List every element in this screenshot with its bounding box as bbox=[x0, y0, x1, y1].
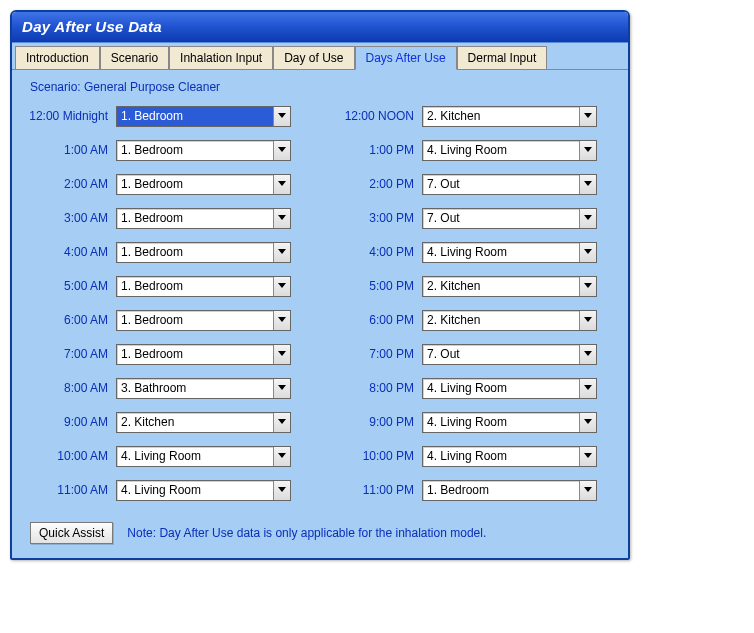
select-value: 4. Living Room bbox=[117, 481, 273, 500]
time-label: 4:00 PM bbox=[332, 245, 422, 259]
chevron-down-icon[interactable] bbox=[579, 141, 596, 160]
location-select[interactable]: 2. Kitchen bbox=[422, 310, 597, 331]
hour-row: 4:00 AM1. Bedroom bbox=[26, 240, 310, 264]
hour-row: 8:00 PM4. Living Room bbox=[332, 376, 616, 400]
time-label: 11:00 AM bbox=[26, 483, 116, 497]
time-label: 10:00 AM bbox=[26, 449, 116, 463]
chevron-down-icon[interactable] bbox=[273, 413, 290, 432]
chevron-down-icon[interactable] bbox=[579, 413, 596, 432]
chevron-down-icon[interactable] bbox=[273, 209, 290, 228]
hour-row: 10:00 AM4. Living Room bbox=[26, 444, 310, 468]
chevron-down-icon[interactable] bbox=[579, 345, 596, 364]
location-select[interactable]: 1. Bedroom bbox=[422, 480, 597, 501]
tab-content: Scenario: General Purpose Cleaner 12:00 … bbox=[12, 70, 628, 558]
time-label: 3:00 PM bbox=[332, 211, 422, 225]
time-label: 11:00 PM bbox=[332, 483, 422, 497]
hour-row: 5:00 AM1. Bedroom bbox=[26, 274, 310, 298]
chevron-down-icon[interactable] bbox=[273, 379, 290, 398]
location-select[interactable]: 4. Living Room bbox=[422, 446, 597, 467]
location-select[interactable]: 1. Bedroom bbox=[116, 174, 291, 195]
chevron-down-icon[interactable] bbox=[273, 243, 290, 262]
tab-dermal-input[interactable]: Dermal Input bbox=[457, 46, 548, 69]
time-label: 2:00 PM bbox=[332, 177, 422, 191]
hour-row: 1:00 AM1. Bedroom bbox=[26, 138, 310, 162]
time-label: 8:00 AM bbox=[26, 381, 116, 395]
select-value: 4. Living Room bbox=[423, 141, 579, 160]
location-select[interactable]: 1. Bedroom bbox=[116, 106, 291, 127]
tab-scenario[interactable]: Scenario bbox=[100, 46, 169, 69]
scenario-prefix: Scenario: bbox=[30, 80, 84, 94]
hour-row: 1:00 PM4. Living Room bbox=[332, 138, 616, 162]
chevron-down-icon[interactable] bbox=[579, 379, 596, 398]
time-label: 9:00 AM bbox=[26, 415, 116, 429]
chevron-down-icon[interactable] bbox=[579, 243, 596, 262]
select-value: 4. Living Room bbox=[423, 447, 579, 466]
client-area: IntroductionScenarioInhalation InputDay … bbox=[12, 42, 628, 558]
time-label: 4:00 AM bbox=[26, 245, 116, 259]
location-select[interactable]: 2. Kitchen bbox=[116, 412, 291, 433]
time-label: 10:00 PM bbox=[332, 449, 422, 463]
select-value: 1. Bedroom bbox=[117, 141, 273, 160]
chevron-down-icon[interactable] bbox=[579, 447, 596, 466]
chevron-down-icon[interactable] bbox=[273, 447, 290, 466]
hour-grid: 12:00 Midnight1. Bedroom1:00 AM1. Bedroo… bbox=[26, 104, 616, 512]
location-select[interactable]: 1. Bedroom bbox=[116, 208, 291, 229]
time-label: 3:00 AM bbox=[26, 211, 116, 225]
select-value: 7. Out bbox=[423, 175, 579, 194]
chevron-down-icon[interactable] bbox=[273, 277, 290, 296]
location-select[interactable]: 1. Bedroom bbox=[116, 276, 291, 297]
select-value: 2. Kitchen bbox=[423, 311, 579, 330]
location-select[interactable]: 2. Kitchen bbox=[422, 106, 597, 127]
location-select[interactable]: 2. Kitchen bbox=[422, 276, 597, 297]
hour-row: 12:00 Midnight1. Bedroom bbox=[26, 104, 310, 128]
hour-row: 2:00 AM1. Bedroom bbox=[26, 172, 310, 196]
chevron-down-icon[interactable] bbox=[579, 277, 596, 296]
location-select[interactable]: 4. Living Room bbox=[422, 378, 597, 399]
location-select[interactable]: 1. Bedroom bbox=[116, 140, 291, 161]
chevron-down-icon[interactable] bbox=[273, 175, 290, 194]
tab-inhalation-input[interactable]: Inhalation Input bbox=[169, 46, 273, 69]
location-select[interactable]: 3. Bathroom bbox=[116, 378, 291, 399]
time-label: 6:00 AM bbox=[26, 313, 116, 327]
tab-days-after-use[interactable]: Days After Use bbox=[355, 46, 457, 70]
select-value: 1. Bedroom bbox=[117, 107, 273, 126]
location-select[interactable]: 4. Living Room bbox=[116, 480, 291, 501]
select-value: 4. Living Room bbox=[423, 243, 579, 262]
tab-introduction[interactable]: Introduction bbox=[15, 46, 100, 69]
quick-assist-button[interactable]: Quick Assist bbox=[30, 522, 113, 544]
chevron-down-icon[interactable] bbox=[273, 311, 290, 330]
select-value: 2. Kitchen bbox=[423, 277, 579, 296]
tab-strip: IntroductionScenarioInhalation InputDay … bbox=[12, 43, 628, 70]
location-select[interactable]: 7. Out bbox=[422, 208, 597, 229]
hour-row: 9:00 PM4. Living Room bbox=[332, 410, 616, 434]
hour-row: 3:00 PM7. Out bbox=[332, 206, 616, 230]
chevron-down-icon[interactable] bbox=[579, 481, 596, 500]
hour-row: 11:00 PM1. Bedroom bbox=[332, 478, 616, 502]
location-select[interactable]: 1. Bedroom bbox=[116, 344, 291, 365]
location-select[interactable]: 4. Living Room bbox=[422, 140, 597, 161]
location-select[interactable]: 4. Living Room bbox=[422, 412, 597, 433]
tab-day-of-use[interactable]: Day of Use bbox=[273, 46, 354, 69]
scenario-name: General Purpose Cleaner bbox=[84, 80, 220, 94]
chevron-down-icon[interactable] bbox=[273, 107, 290, 126]
location-select[interactable]: 7. Out bbox=[422, 344, 597, 365]
select-value: 1. Bedroom bbox=[117, 345, 273, 364]
chevron-down-icon[interactable] bbox=[273, 141, 290, 160]
location-select[interactable]: 4. Living Room bbox=[422, 242, 597, 263]
chevron-down-icon[interactable] bbox=[273, 481, 290, 500]
hour-row: 8:00 AM3. Bathroom bbox=[26, 376, 310, 400]
hour-row: 4:00 PM4. Living Room bbox=[332, 240, 616, 264]
chevron-down-icon[interactable] bbox=[579, 107, 596, 126]
chevron-down-icon[interactable] bbox=[579, 209, 596, 228]
location-select[interactable]: 7. Out bbox=[422, 174, 597, 195]
select-value: 7. Out bbox=[423, 209, 579, 228]
chevron-down-icon[interactable] bbox=[579, 175, 596, 194]
select-value: 1. Bedroom bbox=[117, 209, 273, 228]
chevron-down-icon[interactable] bbox=[273, 345, 290, 364]
select-value: 7. Out bbox=[423, 345, 579, 364]
location-select[interactable]: 1. Bedroom bbox=[116, 310, 291, 331]
column-am: 12:00 Midnight1. Bedroom1:00 AM1. Bedroo… bbox=[26, 104, 310, 512]
chevron-down-icon[interactable] bbox=[579, 311, 596, 330]
location-select[interactable]: 4. Living Room bbox=[116, 446, 291, 467]
location-select[interactable]: 1. Bedroom bbox=[116, 242, 291, 263]
